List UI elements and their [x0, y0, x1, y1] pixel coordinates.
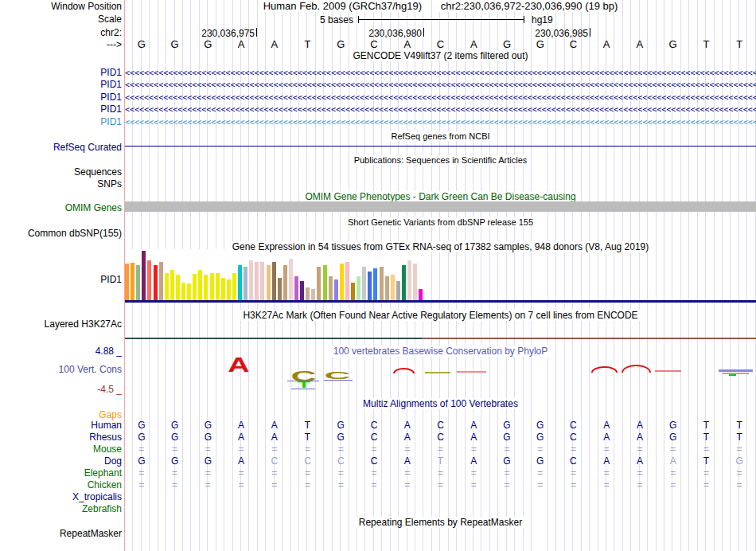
position-tick-label: 230,036,980 — [350, 28, 422, 39]
window-position-label: Window Position — [0, 2, 122, 11]
gencode-transcript-label[interactable]: PID1 — [0, 92, 122, 102]
scale-bar-line — [358, 19, 524, 20]
gtex-tissue-bar — [181, 283, 185, 300]
cons-track-title: 100 vertebrates Basewise Conservation by… — [125, 346, 756, 356]
base-cell: = — [723, 444, 756, 455]
gtex-tissue-bar — [419, 289, 423, 300]
base-cell: = — [424, 480, 458, 490]
scale-bar-tick-left — [358, 16, 359, 23]
repeatmasker-label[interactable]: RepeatMasker — [0, 529, 122, 538]
common-dbsnp-label[interactable]: Common dbSNP(155) — [0, 229, 122, 238]
gtex-tissue-bar — [232, 273, 236, 300]
gencode-transcript-label[interactable]: PID1 — [0, 104, 122, 114]
transcript-direction-chevrons[interactable]: <<<<<<<<<<<<<<<<<<<<<<<<<<<<<<<<<<<<<<<<… — [125, 118, 756, 127]
refseq-curated-label[interactable]: RefSeq Curated — [0, 143, 122, 152]
base-cell: C — [424, 39, 458, 49]
multiz-species-label[interactable]: Rhesus — [0, 432, 122, 442]
base-cell: C — [557, 420, 590, 431]
transcript-direction-chevrons[interactable]: <<<<<<<<<<<<<<<<<<<<<<<<<<<<<<<<<<<<<<<<… — [125, 68, 756, 77]
cons-max-value: 4.88 _ — [0, 346, 122, 356]
base-cell: C — [424, 420, 458, 431]
gencode-transcript-label[interactable]: PID1 — [0, 68, 122, 77]
base-cell: C — [357, 432, 391, 443]
base-cell: T — [690, 456, 723, 467]
multiz-species-label[interactable]: Zebrafish — [0, 504, 122, 514]
multiz-species-label[interactable]: Chicken — [0, 480, 122, 490]
base-cell: = — [657, 444, 690, 455]
gencode-track-title: GENCODE V49lift37 (2 items filtered out) — [125, 51, 756, 61]
base-cell: C — [258, 456, 291, 467]
base-cell: T — [723, 39, 756, 49]
gtex-tissue-bar — [289, 259, 293, 300]
base-cell: = — [690, 480, 723, 490]
base-cell: = — [191, 480, 224, 490]
base-cell: A — [457, 432, 490, 443]
base-cell: = — [324, 444, 357, 455]
base-cell: A — [657, 456, 690, 467]
base-cell: = — [590, 468, 623, 479]
gtex-tissue-bar — [249, 260, 253, 300]
gtex-tissue-bar — [391, 275, 395, 300]
scale-bar-tick-right — [524, 16, 524, 23]
gtex-tissue-bar — [193, 274, 197, 300]
scale-label: Scale — [0, 14, 122, 24]
multiz-species-label[interactable]: Human — [0, 420, 122, 430]
transcript-direction-chevrons[interactable]: <<<<<<<<<<<<<<<<<<<<<<<<<<<<<<<<<<<<<<<<… — [125, 105, 756, 114]
dbsnp-track-title: Short Genetic Variants from dbSNP releas… — [125, 217, 756, 227]
base-cell: T — [690, 432, 723, 443]
base-cell: = — [723, 468, 756, 479]
multiz-species-label[interactable]: X_tropicalis — [0, 492, 122, 502]
publications-track-title: Publications: Sequences in Scientific Ar… — [125, 155, 756, 165]
refseq-curated-item[interactable] — [125, 146, 756, 147]
base-cell: = — [125, 480, 158, 490]
base-cell: = — [623, 444, 657, 455]
base-cell: A — [623, 456, 657, 467]
base-cell: G — [324, 420, 357, 431]
base-cell: T — [291, 432, 325, 443]
gencode-transcript-label[interactable]: PID1 — [0, 117, 122, 127]
cons-score-mark — [729, 374, 736, 376]
gtex-tissue-bar — [198, 270, 202, 300]
base-cell: = — [490, 468, 524, 479]
base-cell: = — [424, 444, 458, 455]
base-cell: = — [125, 468, 158, 479]
snps-label[interactable]: SNPs — [0, 179, 122, 189]
omim-track-title: OMIM Gene Phenotypes - Dark Green Can Be… — [125, 192, 756, 201]
multiz-species-label[interactable]: Gaps — [0, 410, 122, 420]
cons-score-mark — [457, 371, 486, 373]
base-cell: = — [391, 444, 424, 455]
gencode-transcript-label[interactable]: PID1 — [0, 80, 122, 89]
transcript-direction-chevrons[interactable]: <<<<<<<<<<<<<<<<<<<<<<<<<<<<<<<<<<<<<<<<… — [125, 93, 756, 102]
refseq-track-title: RefSeq genes from NCBI — [125, 131, 756, 141]
base-cell: G — [158, 456, 192, 467]
base-cell: A — [258, 39, 291, 49]
gtex-tissue-bar — [402, 265, 406, 300]
base-cell: = — [524, 468, 557, 479]
gtex-tissue-bar — [311, 289, 315, 300]
multiz-species-label[interactable]: Elephant — [0, 468, 122, 478]
base-cell: = — [357, 468, 391, 479]
cons-score-mark — [655, 370, 681, 372]
multiz-species-label[interactable]: Dog — [0, 456, 122, 466]
gtex-tissue-bar — [278, 278, 282, 300]
base-cell: C — [557, 456, 590, 467]
position-tick-label: 230,036,985 — [516, 28, 588, 39]
omim-genes-label[interactable]: OMIM Genes — [0, 203, 122, 213]
gtex-tissue-bar — [357, 276, 360, 300]
base-cell: G — [158, 39, 192, 49]
base-cell: G — [125, 420, 158, 431]
base-cell: = — [723, 480, 756, 490]
layered-h3k27ac-label[interactable]: Layered H3K27Ac — [0, 319, 122, 329]
omim-gene-bar[interactable] — [125, 201, 756, 212]
base-cell: = — [557, 480, 590, 490]
sequences-label[interactable]: Sequences — [0, 167, 122, 177]
gtex-gene-label[interactable]: PID1 — [0, 275, 122, 284]
multiz-species-label[interactable]: Mouse — [0, 444, 122, 454]
transcript-direction-chevrons[interactable]: <<<<<<<<<<<<<<<<<<<<<<<<<<<<<<<<<<<<<<<<… — [125, 80, 756, 89]
base-cell: A — [224, 420, 258, 431]
gtex-tissue-bar — [142, 251, 146, 300]
base-cell: = — [158, 480, 192, 490]
h3k27ac-track-title: H3K27Ac Mark (Often Found Near Active Re… — [125, 311, 756, 320]
cons-track-label[interactable]: 100 Vert. Cons — [0, 365, 122, 374]
base-cell: A — [224, 39, 258, 49]
